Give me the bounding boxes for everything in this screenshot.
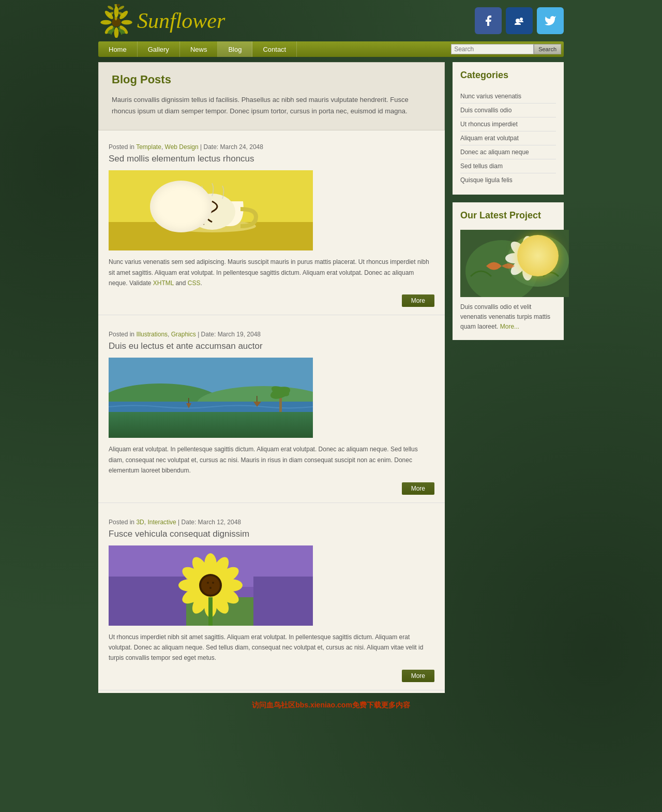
svg-point-69 <box>521 252 534 264</box>
post-2-meta-prefix: Posted in <box>109 331 134 338</box>
post-1-meta-prefix: Posted in <box>109 143 134 151</box>
post-1-cat-1[interactable]: Template <box>136 143 161 151</box>
svg-point-12 <box>115 13 117 20</box>
post-2-cat-1[interactable]: Illustrations <box>136 331 168 338</box>
post-2-date: March 19, 2048 <box>218 331 261 338</box>
post-3: Posted in 3D, Interactive | Date: March … <box>98 511 445 690</box>
post-2-more-button[interactable]: More <box>402 482 434 495</box>
svg-point-14 <box>107 5 114 10</box>
post-1-more-button[interactable]: More <box>402 294 434 307</box>
post-3-more-button[interactable]: More <box>402 670 434 682</box>
post-1-meta: Posted in Template, Web Design | Date: M… <box>109 143 434 151</box>
post-2: Posted in Illustrations, Graphics | Date… <box>98 323 445 503</box>
svg-rect-28 <box>188 398 189 403</box>
post-1-body: Nunc varius venenatis sem sed adipiscing… <box>109 257 434 288</box>
category-item-4[interactable]: Aliquam erat volutpat <box>460 131 556 145</box>
category-item-5[interactable]: Donec ac aliquam neque <box>460 145 556 159</box>
social-icons <box>475 7 564 34</box>
post-3-cat-1[interactable]: 3D <box>136 519 144 526</box>
svg-point-55 <box>212 582 214 584</box>
site-logo[interactable]: Sunflower <box>98 4 225 38</box>
project-more-link[interactable]: More... <box>500 323 519 330</box>
svg-point-54 <box>207 582 209 584</box>
facebook-icon[interactable] <box>475 7 502 34</box>
search-area: Search <box>451 44 564 54</box>
category-list: Nunc varius venenatis Duis convallis odi… <box>460 90 556 187</box>
post-1-date: March 24, 2048 <box>220 143 263 151</box>
category-item-6[interactable]: Sed tellus diam <box>460 159 556 173</box>
post-3-date: March 12, 2048 <box>198 519 241 526</box>
svg-rect-39 <box>253 577 313 626</box>
svg-point-61 <box>522 236 533 255</box>
project-image <box>460 230 569 297</box>
post-3-body: Ut rhoncus imperdiet nibh sit amet sagit… <box>109 632 434 663</box>
svg-point-2 <box>122 20 132 24</box>
post-1-cat-2[interactable]: Web Design <box>165 143 199 151</box>
svg-point-53 <box>201 576 220 595</box>
categories-box: Categories Nunc varius venenatis Duis co… <box>453 62 564 195</box>
logo-icon <box>98 4 134 38</box>
nav-gallery[interactable]: Gallery <box>138 41 180 57</box>
project-description: Duis convallis odio et velit venenatis v… <box>460 302 556 332</box>
svg-point-15 <box>117 4 120 7</box>
nav-news[interactable]: News <box>180 41 218 57</box>
project-title: Our Latest Project <box>460 210 556 224</box>
post-1-title: Sed mollis elementum lectus rhoncus <box>109 154 434 164</box>
search-button[interactable]: Search <box>534 44 561 54</box>
post-3-image <box>109 545 313 626</box>
categories-title: Categories <box>460 70 556 83</box>
svg-point-65 <box>522 262 533 280</box>
svg-point-6 <box>100 20 111 24</box>
post-3-title: Fusce vehicula consequat dignissim <box>109 529 434 539</box>
search-input[interactable] <box>451 44 534 54</box>
myspace-icon[interactable] <box>506 7 533 34</box>
category-item-7[interactable]: Quisque ligula felis <box>460 173 556 187</box>
post-1-xhtml-link[interactable]: XHTML <box>153 279 174 287</box>
post-1-image <box>109 170 313 250</box>
post-1-date-label: Date: <box>204 143 219 151</box>
post-2-body: Aliquam erat volutpat. In pellentesque s… <box>109 444 434 476</box>
main-nav: Home Gallery News Blog Contact Search <box>98 41 564 57</box>
post-3-date-label: Date: <box>182 519 197 526</box>
watermark: 访问血鸟社区bbs.xieniao.com免费下载更多内容 <box>98 693 564 718</box>
post-2-meta: Posted in Illustrations, Graphics | Date… <box>109 331 434 338</box>
svg-rect-57 <box>208 597 213 626</box>
category-item-3[interactable]: Ut rhoncus imperdiet <box>460 117 556 131</box>
nav-blog[interactable]: Blog <box>218 41 252 57</box>
blog-intro: Mauris convallis dignissim tellus id fac… <box>112 94 431 117</box>
blog-header-box: Blog Posts Mauris convallis dignissim te… <box>98 62 445 130</box>
sidebar: Categories Nunc varius venenatis Duis co… <box>453 62 564 693</box>
svg-point-18 <box>516 19 520 23</box>
category-item-1[interactable]: Nunc varius venenatis <box>460 90 556 104</box>
svg-point-31 <box>272 430 308 438</box>
post-1-css-link[interactable]: CSS <box>188 279 201 287</box>
svg-point-19 <box>520 18 523 21</box>
svg-point-67 <box>505 253 524 263</box>
twitter-icon[interactable] <box>537 7 564 34</box>
post-2-title: Duis eu lectus et ante accumsan auctor <box>109 341 434 351</box>
post-3-cat-2[interactable]: Interactive <box>147 519 176 526</box>
nav-home[interactable]: Home <box>98 41 138 57</box>
project-box: Our Latest Project <box>453 202 564 340</box>
svg-point-64 <box>526 257 547 278</box>
post-2-date-label: Date: <box>201 331 216 338</box>
nav-contact[interactable]: Contact <box>252 41 297 57</box>
svg-rect-38 <box>109 577 186 626</box>
post-1: Posted in Template, Web Design | Date: M… <box>98 136 445 315</box>
site-name: Sunflower <box>137 8 225 33</box>
post-2-image <box>109 358 313 438</box>
svg-point-56 <box>209 587 212 589</box>
page-title: Blog Posts <box>112 73 431 86</box>
svg-rect-29 <box>257 396 258 402</box>
post-2-cat-2[interactable]: Graphics <box>171 331 196 338</box>
category-item-2[interactable]: Duis convallis odio <box>460 104 556 117</box>
svg-point-62 <box>526 239 547 260</box>
svg-point-63 <box>531 253 550 263</box>
post-3-meta-prefix: Posted in <box>109 519 134 526</box>
post-3-meta: Posted in 3D, Interactive | Date: March … <box>109 519 434 526</box>
svg-point-30 <box>114 426 155 438</box>
svg-point-4 <box>114 27 119 37</box>
